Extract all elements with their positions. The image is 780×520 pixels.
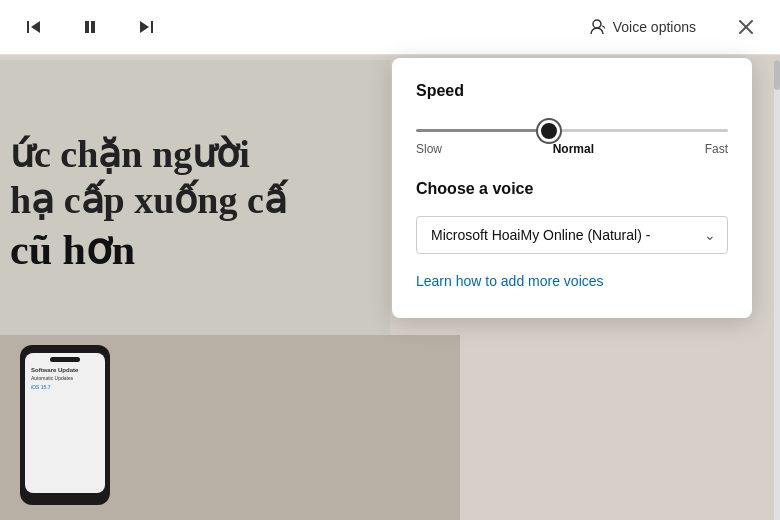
svg-rect-4 — [151, 21, 153, 33]
slow-label: Slow — [416, 142, 442, 156]
pause-icon — [80, 17, 100, 37]
speed-slider[interactable] — [416, 129, 728, 132]
voice-dropdown[interactable]: Microsoft HoaiMy Online (Natural) - — [416, 216, 728, 254]
article-line2: hạ cấp xuống cấ — [10, 178, 380, 224]
voice-options-panel: Speed Slow Normal Fast Choose a voice Mi… — [392, 58, 752, 318]
fast-label: Fast — [705, 142, 728, 156]
svg-rect-3 — [91, 21, 95, 33]
prev-button[interactable] — [16, 9, 52, 45]
scrollbar-thumb[interactable] — [774, 60, 780, 90]
article-text-area: ức chặn người hạ cấp xuống cấ cũ hơn — [0, 60, 390, 350]
voice-section: Choose a voice Microsoft HoaiMy Online (… — [416, 180, 728, 254]
voice-options-button[interactable]: Voice options — [575, 11, 708, 43]
next-button[interactable] — [128, 9, 164, 45]
svg-rect-0 — [27, 21, 29, 33]
speed-section: Speed Slow Normal Fast — [416, 82, 728, 156]
choose-voice-title: Choose a voice — [416, 180, 728, 198]
article-image-area: Software Update Automatic Updates iOS 15… — [0, 335, 460, 520]
speed-title: Speed — [416, 82, 728, 100]
prev-icon — [24, 17, 44, 37]
slider-labels: Slow Normal Fast — [416, 142, 728, 156]
next-icon — [136, 17, 156, 37]
slider-container — [416, 118, 728, 136]
article-line3: cũ hơn — [10, 223, 380, 278]
voice-dropdown-wrapper: Microsoft HoaiMy Online (Natural) - ⌄ — [416, 216, 728, 254]
pause-button[interactable] — [72, 9, 108, 45]
close-button[interactable] — [728, 9, 764, 45]
close-icon — [738, 19, 754, 35]
phone-screen: Software Update Automatic Updates iOS 15… — [25, 353, 105, 493]
normal-label: Normal — [553, 142, 594, 156]
learn-more-link[interactable]: Learn how to add more voices — [416, 273, 604, 289]
toolbar: Voice options — [0, 0, 780, 55]
scrollbar[interactable] — [774, 60, 780, 520]
voice-options-label: Voice options — [613, 19, 696, 35]
svg-rect-2 — [85, 21, 89, 33]
article-line1: ức chặn người — [10, 132, 380, 178]
voice-icon — [587, 17, 607, 37]
phone-image: Software Update Automatic Updates iOS 15… — [20, 345, 110, 505]
svg-point-6 — [593, 20, 601, 28]
svg-marker-5 — [140, 21, 149, 33]
svg-marker-1 — [31, 21, 40, 33]
